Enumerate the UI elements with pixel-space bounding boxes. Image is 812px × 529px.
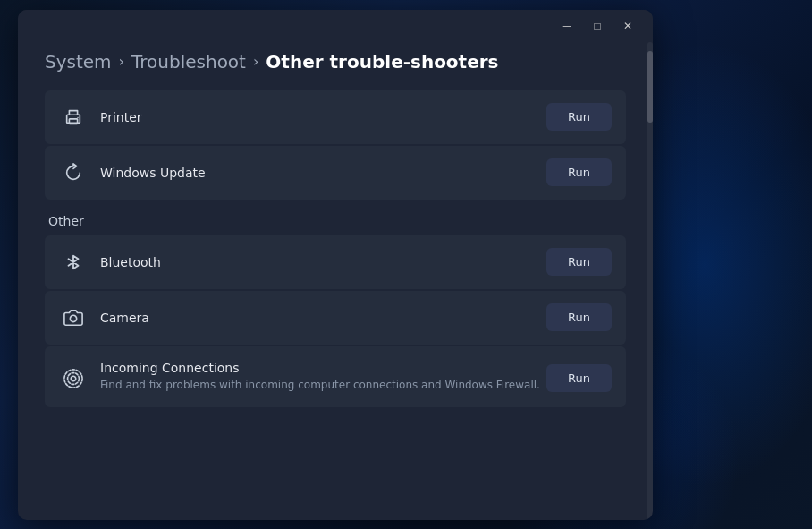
other-list: Bluetooth Run Camera Run (45, 235, 626, 407)
bluetooth-run-button[interactable]: Run (546, 248, 612, 276)
breadcrumb: System › Troubleshoot › Other trouble-sh… (45, 51, 626, 73)
breadcrumb-system[interactable]: System (45, 51, 112, 73)
item-description: Find and fix problems with incoming comp… (100, 379, 540, 391)
item-title: Printer (100, 110, 546, 124)
list-item: Windows Update Run (45, 146, 626, 200)
scrollbar-track (647, 42, 653, 520)
windows-update-run-button[interactable]: Run (546, 158, 612, 186)
main-content: System › Troubleshoot › Other trouble-sh… (18, 42, 653, 520)
close-button[interactable]: ✕ (613, 16, 642, 36)
list-item-text: Camera (100, 311, 546, 325)
breadcrumb-troubleshoot[interactable]: Troubleshoot (131, 51, 246, 73)
svg-point-3 (70, 315, 76, 321)
settings-window: ─ □ ✕ System › Troubleshoot › Other trou… (18, 10, 653, 520)
list-item-text: Bluetooth (100, 255, 546, 269)
incoming-connections-icon (59, 364, 88, 393)
printer-icon (59, 103, 88, 132)
top-list: Printer Run Windows Update Run (45, 90, 626, 200)
camera-icon (59, 303, 88, 332)
svg-point-2 (77, 116, 78, 117)
list-item: Printer Run (45, 90, 626, 144)
item-title: Windows Update (100, 166, 546, 180)
list-item-text: Windows Update (100, 166, 546, 180)
minimize-button[interactable]: ─ (553, 16, 581, 36)
svg-point-5 (68, 372, 80, 384)
list-item: Incoming Connections Find and fix proble… (45, 346, 626, 407)
printer-run-button[interactable]: Run (546, 103, 612, 131)
bluetooth-icon (59, 248, 88, 277)
breadcrumb-current: Other trouble-shooters (266, 51, 498, 73)
other-section-label: Other (45, 214, 626, 228)
list-item-text: Printer (100, 110, 546, 124)
breadcrumb-sep-2: › (253, 53, 258, 70)
windows-update-icon (59, 158, 88, 187)
incoming-connections-run-button[interactable]: Run (546, 364, 612, 392)
maximize-button[interactable]: □ (583, 16, 612, 36)
item-title: Camera (100, 311, 546, 325)
breadcrumb-sep-1: › (119, 53, 124, 70)
list-item: Bluetooth Run (45, 235, 626, 289)
list-item-text: Incoming Connections Find and fix proble… (100, 361, 546, 393)
titlebar: ─ □ ✕ (18, 10, 653, 42)
camera-run-button[interactable]: Run (546, 303, 612, 331)
item-title: Bluetooth (100, 255, 546, 269)
svg-point-4 (71, 376, 76, 381)
list-item: Camera Run (45, 291, 626, 345)
item-title: Incoming Connections (100, 361, 546, 375)
scrollbar-thumb[interactable] (647, 51, 653, 123)
titlebar-buttons: ─ □ ✕ (553, 16, 642, 36)
